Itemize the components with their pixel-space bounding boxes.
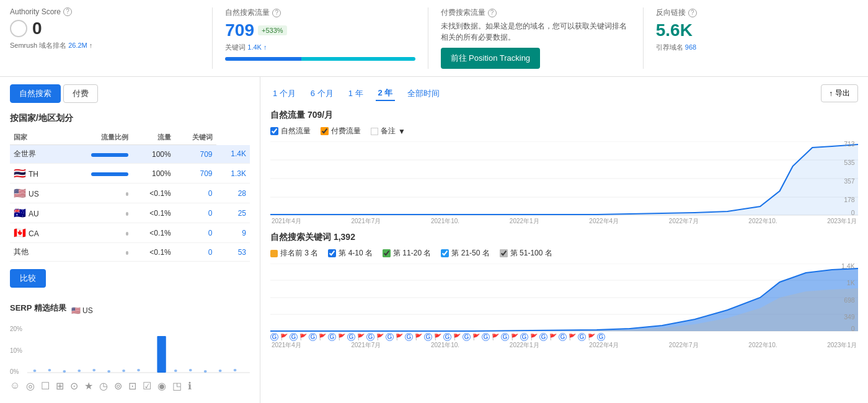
tab-paid[interactable]: 付费 [63,84,98,103]
serp-section: SERP 精选结果 🇺🇸 US 20% 10% 0% [10,303,250,392]
organic-traffic-checkbox[interactable] [270,127,278,135]
svg-point-13 [219,370,222,372]
svg-text:178: 178 [844,197,855,203]
metrics-bar: Authority Score ? 0 Semrush 域名排名 26.2M ↑… [0,0,868,77]
g-marker: G [501,333,509,341]
g-marker: G [424,333,432,341]
svg-text:713: 713 [844,141,855,148]
keywords-legend: 排名前 3 名 第 4-10 名 第 11-20 名 第 21-50 名 第 5… [270,248,858,259]
g-marker: G [578,333,586,341]
serp-title: SERP 精选结果 [10,303,66,314]
position-tracking-button[interactable]: 前往 Position Tracking [441,48,541,69]
kw-4-10-checkbox[interactable] [328,249,336,257]
svg-point-12 [204,370,207,373]
paid-traffic-checkbox[interactable] [321,127,329,135]
g-marker: G [366,333,374,341]
g-marker: G [463,333,471,341]
g-marker: G [290,333,298,341]
table-row: 🇹🇭TH100%7091.3K [10,164,250,184]
svg-point-11 [189,369,192,371]
organic-traffic-chart: 713 535 357 178 0 2021年4月 2021年7月 2021年1… [270,141,858,222]
time-1year[interactable]: 1 年 [346,87,366,100]
svg-text:0: 0 [851,326,855,332]
semrush-rank-link[interactable]: 26.2M [68,42,87,49]
table-row: 🇨🇦CA<0.1%09 [10,223,250,243]
svg-point-14 [234,369,237,371]
organic-traffic-chart-title: 自然流量 709/月 [270,110,858,121]
table-row: 🇦🇺AU<0.1%025 [10,203,250,223]
svg-point-7 [122,370,125,372]
svg-text:349: 349 [844,314,855,321]
compare-button[interactable]: 比较 [10,269,46,288]
svg-point-5 [92,369,95,371]
chart1-legend: 自然流量 付费流量 备注 ▼ [270,126,858,136]
backlinks-metric: 反向链接 ? 5.6K 引荐域名 968 [644,7,858,69]
col-traffic-pct: 流量比例 [58,130,132,145]
right-panel: 1 个月 6 个月 1 年 2 年 全部时间 ↑ 导出 自然流量 709/月 自… [260,77,868,403]
left-panel: 自然搜索 付费 按国家/地区划分 国家 流量比例 流量 关键词 全世界100%7… [0,77,260,403]
g-marker: G [520,333,528,341]
svg-marker-20 [270,145,858,215]
svg-rect-9 [157,336,166,373]
tab-organic[interactable]: 自然搜索 [10,84,61,103]
g-marker: G [347,333,355,341]
svg-text:698: 698 [844,297,855,304]
authority-score-info-icon[interactable]: ? [63,7,72,16]
time-2years[interactable]: 2 年 [376,86,396,101]
col-keywords: 关键词 [175,130,216,145]
svg-point-3 [63,370,66,373]
paid-traffic-metric: 付费搜索流量 ? 未找到数据。如果这是您的域名，您可以获取关键词排名相关的所有必… [428,7,644,69]
serp-chart [27,324,250,375]
kw-11-20-checkbox[interactable] [383,249,391,257]
table-row: 全世界100%7091.4K [10,145,250,164]
traffic-bar [225,57,415,61]
svg-point-8 [137,369,140,371]
serp-region: 🇺🇸 US [71,306,93,315]
svg-point-2 [48,369,51,371]
paid-traffic-info-icon[interactable]: ? [488,9,497,17]
g-marker: G [270,333,278,341]
ref-domains-link[interactable]: 968 [685,43,696,51]
kw-51-100-checkbox[interactable] [500,249,508,257]
kw-top3-dot [270,250,278,257]
svg-text:357: 357 [844,178,855,185]
col-country: 国家 [10,130,58,145]
organic-traffic-metric: 自然搜索流量 ? 709 +533% 关键词 1.4K ↑ [213,7,428,69]
svg-text:0: 0 [851,210,855,216]
time-1month[interactable]: 1 个月 [270,87,298,100]
g-marker: G [539,333,547,341]
svg-point-10 [174,370,177,372]
ref-domains: 引荐域名 968 [656,43,846,52]
table-row: 其他<0.1%053 [10,243,250,262]
table-row: 🇺🇸US<0.1%028 [10,184,250,203]
svg-point-6 [107,370,110,373]
g-marker: G [386,333,394,341]
time-6months[interactable]: 6 个月 [308,87,336,100]
col-traffic: 流量 [132,130,175,145]
g-marker: G [443,333,451,341]
organic-traffic-info-icon[interactable]: ? [272,9,281,17]
svg-text:535: 535 [844,159,855,166]
note-legend-box [371,128,378,135]
time-all[interactable]: 全部时间 [405,87,442,100]
backlinks-info-icon[interactable]: ? [688,9,697,17]
authority-score-label: Authority Score ? [10,7,200,16]
country-section-title: 按国家/地区划分 [10,113,250,124]
g-marker: G [405,333,413,341]
keywords-chart: 1.4K 1K 698 349 0 G 🚩 G 🚩 G 🚩 G 🚩 [270,264,858,344]
g-marker: G [309,333,317,341]
bottom-icons: ☺ ◎ ☐ ⊞ ⊙ ★ ◷ ⊚ ⊡ ☑ ◉ ◳ ℹ [10,380,250,392]
keywords-chart-title: 自然搜索关键词 1,392 [270,232,858,243]
export-button[interactable]: ↑ 导出 [821,84,858,102]
kw-21-50-checkbox[interactable] [441,249,449,257]
svg-point-1 [33,370,37,372]
svg-text:1K: 1K [847,280,855,286]
svg-text:1.4K: 1.4K [841,264,855,270]
tab-buttons: 自然搜索 付费 [10,84,250,103]
g-marker: G [559,333,567,341]
authority-circle [10,20,27,37]
country-table: 国家 流量比例 流量 关键词 全世界100%7091.4K🇹🇭TH100%709… [10,130,250,262]
time-nav: 1 个月 6 个月 1 年 2 年 全部时间 ↑ 导出 [270,84,858,102]
g-marker: G [597,333,605,341]
main-content: 自然搜索 付费 按国家/地区划分 国家 流量比例 流量 关键词 全世界100%7… [0,77,868,403]
